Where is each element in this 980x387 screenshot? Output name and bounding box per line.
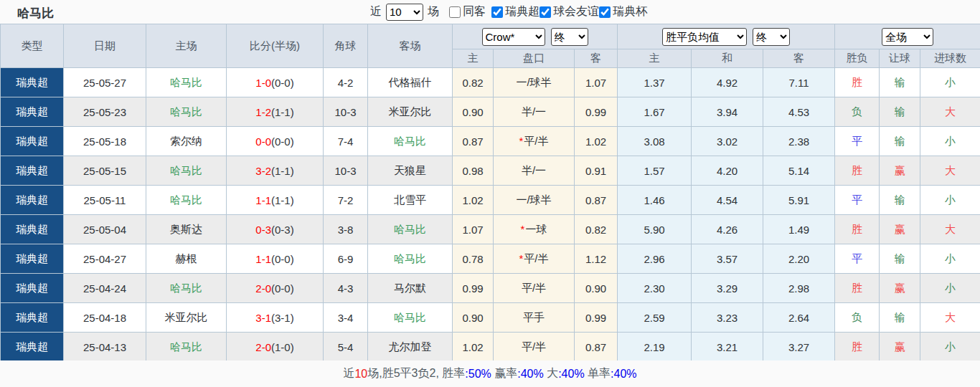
changed-odds-star-icon: * xyxy=(521,223,525,235)
handicap-text: 平手 xyxy=(523,311,545,323)
cell-score: 0-3(0-3) xyxy=(227,215,324,244)
match-row: 瑞典超25-05-18索尔纳0-0(0-0)7-4哈马比0.87*平/半1.02… xyxy=(1,127,980,156)
cell-handicap: 平/半 xyxy=(494,274,575,303)
match-row: 瑞典超25-05-11哈马比1-1(1-1)7-2北雪平1.02一/球半0.87… xyxy=(1,186,980,215)
cell-handicap: *一球 xyxy=(494,215,575,244)
match-row: 瑞典超25-04-24哈马比2-0(0-0)4-3马尔默0.99平/半0.902… xyxy=(1,274,980,303)
europe-odds-time-select[interactable]: 终 xyxy=(753,28,790,46)
cell-corners: 10-3 xyxy=(324,156,368,186)
match-row: 瑞典超25-05-04奥斯达0-3(0-3)3-8哈马比1.07*一球0.825… xyxy=(1,215,980,244)
cell-eu-draw: 3.94 xyxy=(692,97,763,127)
score-halftime: (0-0) xyxy=(271,253,294,265)
cell-corners: 4-2 xyxy=(324,68,368,97)
filter-league-allsvenskan-checkbox[interactable] xyxy=(491,6,503,18)
asian-odds-time-select[interactable]: 终 xyxy=(551,28,588,46)
match-history-table: 类型 日期 主场 比分(半场) 角球 客场 Crow* 终 胜平负均值 xyxy=(0,24,980,362)
summary-segment: :50% xyxy=(465,368,491,381)
subheader-europe-draw: 和 xyxy=(692,49,763,68)
score-halftime: (1-0) xyxy=(271,341,294,353)
cell-score: 1-1(1-1) xyxy=(227,186,324,215)
cell-date: 25-04-18 xyxy=(64,303,146,333)
col-header-type: 类型 xyxy=(1,24,64,68)
cell-type: 瑞典超 xyxy=(1,215,64,244)
cell-goals-result: 小 xyxy=(920,127,980,156)
bookmaker-select[interactable]: Crow* xyxy=(482,28,545,46)
score-fulltime: 0-3 xyxy=(255,224,271,236)
cell-away-team: 哈马比 xyxy=(368,303,453,333)
score-halftime: (0-0) xyxy=(271,282,294,295)
cell-eu-away: 7.11 xyxy=(763,68,835,97)
handicap-text: 半/一 xyxy=(522,164,546,176)
col-header-date: 日期 xyxy=(64,24,146,68)
summary-segment: 10 xyxy=(354,368,367,381)
score-halftime: (1-1) xyxy=(271,194,294,206)
filter-same-venue-label: 同客 xyxy=(463,4,486,19)
cell-eu-away: 5.91 xyxy=(763,186,835,215)
cell-score: 1-0(0-0) xyxy=(227,68,324,97)
cell-odds-home: 1.02 xyxy=(453,333,494,362)
cell-score: 1-1(0-0) xyxy=(227,244,324,274)
cell-home-team: 哈马比 xyxy=(146,186,227,215)
filter-league-allsvenskan[interactable]: 瑞典超 xyxy=(491,4,540,19)
cell-eu-draw: 4.92 xyxy=(692,68,763,97)
handicap-text: 平/半 xyxy=(524,135,548,147)
cell-goals-result: 小 xyxy=(920,244,980,274)
filter-same-venue-checkbox[interactable] xyxy=(449,6,461,18)
cell-goals-result: 小 xyxy=(920,274,980,303)
cell-type: 瑞典超 xyxy=(1,244,64,274)
col-header-home: 主场 xyxy=(146,24,227,68)
score-halftime: (1-1) xyxy=(271,106,294,118)
score-fulltime: 1-1 xyxy=(255,253,271,265)
filter-swedish-cup[interactable]: 瑞典杯 xyxy=(599,4,647,19)
cell-goals-result: 大 xyxy=(920,156,980,186)
cell-date: 25-04-13 xyxy=(64,333,146,362)
cell-handicap-result: 输 xyxy=(880,186,920,215)
filter-club-friendly-checkbox[interactable] xyxy=(540,6,551,18)
cell-eu-away: 2.38 xyxy=(763,127,835,156)
match-count-select[interactable]: 10 xyxy=(386,4,423,21)
page-title: 哈马比 xyxy=(17,5,54,22)
score-fulltime: 0-0 xyxy=(255,135,271,148)
cell-odds-away: 0.90 xyxy=(575,274,618,303)
handicap-text: 平/半 xyxy=(522,282,546,294)
handicap-text: 一球 xyxy=(525,223,547,235)
cell-type: 瑞典超 xyxy=(1,333,64,362)
subheader-asian-handicap: 盘口 xyxy=(494,49,575,68)
score-halftime: (1-1) xyxy=(271,165,294,177)
cell-handicap: 平手 xyxy=(494,303,575,333)
summary-segment: 近 xyxy=(343,366,354,381)
match-rows: 瑞典超25-05-27哈马比1-0(0-0)4-2代格福什0.82一/球半1.0… xyxy=(1,68,980,362)
cell-odds-away: 0.87 xyxy=(575,333,618,362)
score-halftime: (0-3) xyxy=(271,224,294,236)
score-fulltime: 2-0 xyxy=(255,282,271,295)
cell-type: 瑞典超 xyxy=(1,68,64,97)
cell-corners: 3-8 xyxy=(324,215,368,244)
cell-home-team: 赫根 xyxy=(146,244,227,274)
cell-handicap: *平/半 xyxy=(494,244,575,274)
filter-swedish-cup-checkbox[interactable] xyxy=(599,6,611,18)
summary-segment: 单率 xyxy=(585,366,611,381)
match-row: 瑞典超25-04-18米亚尔比3-1(3-1)3-4哈马比0.90平手0.992… xyxy=(1,303,980,333)
cell-result: 负 xyxy=(835,303,880,333)
cell-corners: 6-9 xyxy=(324,244,368,274)
cell-home-team: 哈马比 xyxy=(146,68,227,97)
cell-eu-home: 2.96 xyxy=(618,244,692,274)
filter-club-friendly[interactable]: 球会友谊 xyxy=(540,4,599,19)
cell-home-team: 哈马比 xyxy=(146,156,227,186)
result-scope-select[interactable]: 全场 xyxy=(882,28,933,46)
cell-eu-home: 2.19 xyxy=(618,333,692,362)
cell-eu-draw: 3.29 xyxy=(692,274,763,303)
subheader-asian-away: 客 xyxy=(575,49,618,68)
cell-handicap-result: 赢 xyxy=(880,215,920,244)
score-halftime: (0-0) xyxy=(271,77,294,89)
cell-date: 25-04-27 xyxy=(64,244,146,274)
europe-odds-type-select[interactable]: 胜平负均值 xyxy=(662,28,747,46)
result-group-header: 全场 xyxy=(835,24,980,49)
cell-score: 3-2(1-1) xyxy=(227,156,324,186)
cell-handicap-result: 输 xyxy=(880,244,920,274)
cell-away-team: 米亚尔比 xyxy=(368,97,453,127)
cell-eu-home: 1.46 xyxy=(618,186,692,215)
cell-eu-draw: 3.02 xyxy=(692,127,763,156)
filter-same-venue[interactable]: 同客 xyxy=(449,4,486,19)
subheader-europe-home: 主 xyxy=(618,49,692,68)
